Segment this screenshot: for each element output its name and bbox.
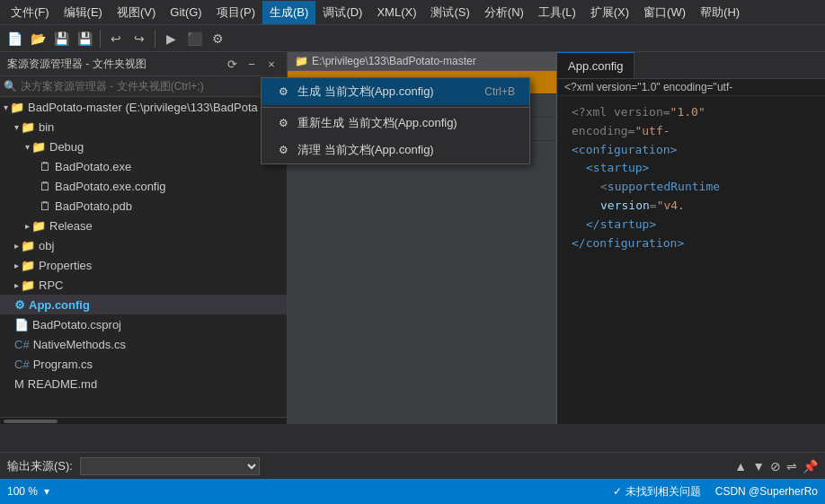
outputbar-icon-clear[interactable]: ⊘ [770,459,781,473]
tree-arrow-debug: ▾ [25,142,30,152]
hscroll [0,417,287,424]
code-line-6: </configuration> [572,234,811,253]
outputbar-select[interactable] [80,457,260,475]
toolbar-settings[interactable]: ⚙ [207,28,228,49]
panel-title: 案源资源管理器 - 文件夹视图 ⟳ − × [0,52,287,76]
rebuild-current-left: ⚙ 重新生成 当前文档(App.config) [276,115,457,131]
tree-label-properties: Properties [39,259,92,272]
toolbar-save-all[interactable]: 💾 [74,28,95,49]
folder-icon-release: 📁 [31,219,46,233]
file-icon-program: C# [14,358,30,371]
search-icon: 🔍 [4,80,17,93]
panel-collapse-icon[interactable]: − [244,56,260,72]
editor-tab-appconfig[interactable]: App.config [557,52,634,79]
code-startup-open: <startup> [586,159,649,178]
menu-tools[interactable]: 工具(L) [531,1,583,24]
toolbar-undo[interactable]: ↩ [105,28,127,49]
outputbar-icon-down[interactable]: ▼ [752,459,765,473]
tree-label-execonfig: BadPotato.exe.config [55,180,166,193]
menu-view[interactable]: 视图(V) [110,1,163,24]
tree-root[interactable]: ▾ 📁 BadPotato-master (E:\privilege\133\B… [0,97,287,117]
build-sep [262,107,529,108]
toolbar-open[interactable]: 📂 [27,28,49,49]
menu-xml[interactable]: XML(X) [369,2,423,22]
menu-file[interactable]: 文件(F) [4,1,57,24]
menu-project[interactable]: 项目(P) [209,1,262,24]
tree-obj[interactable]: ▸ 📁 obj [0,235,287,255]
zoom-level: 100 % [7,485,38,498]
menu-window[interactable]: 窗口(W) [636,1,693,24]
tree-arrow-root: ▾ [4,102,8,112]
menu-test[interactable]: 测试(S) [423,1,476,24]
tree-arrow-obj: ▸ [14,241,19,251]
menu-extend[interactable]: 扩展(X) [583,1,636,24]
code-editor[interactable]: <?xml version="1.0" encoding="utf- <conf… [557,96,825,424]
tree-badpotato-exe-config[interactable]: 🗒 BadPotato.exe.config [0,176,287,196]
menu-help[interactable]: 帮助(H) [693,1,747,24]
rebuild-current-item[interactable]: ⚙ 重新生成 当前文档(App.config) [262,110,529,137]
tree-label-root: BadPotato-master (E:\privilege\133\BadPo… [28,101,258,114]
toolbar-stop[interactable]: ⬛ [183,28,205,49]
file-icon-nativemethods: C# [14,338,30,351]
outputbar-icon-wrap[interactable]: ⇌ [786,459,797,473]
tree-label-exe: BadPotato.exe [55,160,131,173]
tree-readme[interactable]: M README.md [0,374,287,393]
build-current-icon: ⚙ [276,84,290,99]
toolbar-new[interactable]: 📄 [4,28,25,49]
menu-debug[interactable]: 调试(D) [315,1,369,24]
folder-icon-obj: 📁 [21,239,35,252]
left-panel: 案源资源管理器 - 文件夹视图 ⟳ − × 🔍 ▾ 📁 BadPotato-ma… [0,52,288,424]
build-current-item[interactable]: ⚙ 生成 当前文档(App.config) Ctrl+B [262,78,529,105]
toolbar-redo[interactable]: ↪ [129,28,150,49]
statusbar-left: 100 % ▾ [7,485,49,498]
menubar: 文件(F) 编辑(E) 视图(V) Git(G) 项目(P) 生成(B) 调试(… [0,0,825,25]
tree-label-csproj: BadPotato.csproj [32,318,121,332]
tree-badpotato-pdb[interactable]: 🗒 BadPotato.pdb [0,196,287,216]
statusbar-status: ✓ 未找到相关问题 [613,484,700,500]
tree-label-program: Program.cs [33,358,93,371]
toolbar: 📄 📂 💾 💾 ↩ ↪ ▶ ⬛ ⚙ [0,25,825,52]
search-input[interactable] [17,78,283,94]
menu-edit[interactable]: 编辑(E) [57,1,110,24]
panel-title-text: 案源资源管理器 - 文件夹视图 [7,57,146,72]
tree-badpotato-exe[interactable]: 🗒 BadPotato.exe [0,156,287,176]
code-line-1: <?xml version="1.0" encoding="utf- [572,103,811,141]
editor-panel: App.config <?xml version="1.0" encoding=… [557,52,825,424]
zoom-dropdown[interactable]: ▾ [44,485,49,498]
panel-close-icon[interactable]: × [263,56,279,72]
toolbar-run[interactable]: ▶ [160,28,182,49]
tree-properties[interactable]: ▸ 📁 Properties [0,255,287,275]
panel-sync-icon[interactable]: ⟳ [224,56,240,72]
build-dropdown: ⚙ 生成 当前文档(App.config) Ctrl+B ⚙ 重新生成 当前文档… [261,77,530,164]
menu-build[interactable]: 生成(B) [262,1,315,24]
tree-label-appconfig: App.config [29,298,90,312]
outputbar-label: 输出来源(S): [7,458,73,474]
toolbar-save[interactable]: 💾 [50,28,72,49]
file-icon-csproj: 📄 [14,318,29,332]
folder-icon-properties: 📁 [21,259,35,272]
menu-git[interactable]: Git(G) [163,2,208,22]
tree-bin[interactable]: ▾ 📁 bin [0,117,287,137]
hscroll-thumb[interactable] [4,420,58,423]
clean-current-left: ⚙ 清理 当前文档(App.config) [276,142,434,158]
menu-analyze[interactable]: 分析(N) [477,1,531,24]
tree-csproj[interactable]: 📄 BadPotato.csproj [0,314,287,334]
tree-app-config[interactable]: ⚙ App.config [0,295,287,314]
tree-rpc[interactable]: ▸ 📁 RPC [0,275,287,295]
file-icon-readme: M [14,377,24,391]
outputbar-icon-pin[interactable]: 📌 [803,459,818,473]
tree-release[interactable]: ▸ 📁 Release [0,216,287,235]
file-icon-exe: 🗒 [40,160,51,173]
rebuild-current-icon: ⚙ [276,116,290,130]
tree-program[interactable]: C# Program.cs [0,354,287,374]
clean-current-item[interactable]: ⚙ 清理 当前文档(App.config) [262,137,529,164]
rebuild-current-label: 重新生成 当前文档(App.config) [297,115,457,131]
build-current-label: 生成 当前文档(App.config) [297,84,434,100]
tree-debug-folder[interactable]: ▾ 📁 Debug [0,137,287,156]
outputbar: 输出来源(S): ▲ ▼ ⊘ ⇌ 📌 [0,452,825,479]
panel-icons: ⟳ − × [224,56,279,72]
tree-nativemethods[interactable]: C# NativeMethods.cs [0,334,287,354]
middle-header: 📁 E:\privilege\133\BadPotato-master [288,52,556,71]
outputbar-icon-up[interactable]: ▲ [734,459,747,473]
statusbar-right: ✓ 未找到相关问题 CSDN @SuperherRo [613,484,818,500]
